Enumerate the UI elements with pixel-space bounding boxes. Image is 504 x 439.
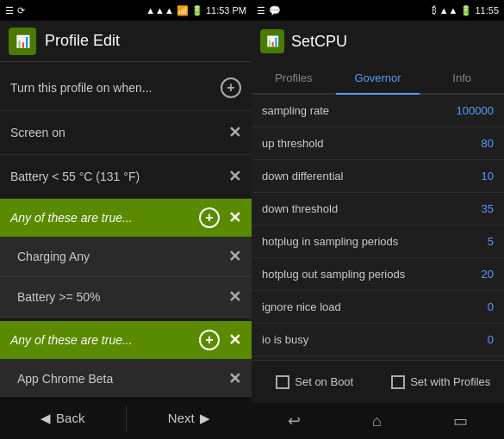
set-on-boot-checkbox[interactable] bbox=[276, 375, 289, 389]
battery-temp-item[interactable]: Battery < 55 °C (131 °F) ✕ bbox=[0, 155, 252, 199]
right-battery-icon: 🔋 bbox=[460, 5, 472, 16]
right-panel: ☰ 💬 ₿ ▲▲ 🔋 11:55 📊 SetCPU Profiles Gover… bbox=[252, 0, 504, 439]
remove-battery-temp-button[interactable]: ✕ bbox=[228, 167, 241, 186]
right-status-left: ☰ 💬 bbox=[257, 5, 281, 16]
set-on-boot-option[interactable]: Set on Boot bbox=[252, 375, 378, 389]
set-with-profiles-option[interactable]: Set with Profiles bbox=[378, 375, 505, 389]
green-section-1-actions: + ✕ bbox=[199, 207, 241, 228]
right-page-title: SetCPU bbox=[291, 33, 347, 51]
next-button[interactable]: Next ▶ bbox=[127, 397, 252, 439]
time-display: 11:53 PM bbox=[206, 5, 246, 15]
left-status-icons: ☰ ⟳ bbox=[5, 5, 25, 16]
battery-temp-label: Battery < 55 °C (131 °F) bbox=[10, 170, 140, 183]
setting-row-sampling-rate[interactable]: sampling rate 100000 bbox=[252, 95, 504, 127]
setting-row-ignore-nice[interactable]: ignore nice load 0 bbox=[252, 291, 504, 324]
set-with-profiles-checkbox[interactable] bbox=[391, 375, 405, 389]
left-status-bar: ☰ ⟳ ▲▲▲ 📶 🔋 11:53 PM bbox=[0, 0, 252, 21]
green-section-2-header: Any of these are true... + ✕ bbox=[0, 321, 252, 359]
next-label: Next bbox=[168, 411, 195, 425]
setting-row-down-threshold[interactable]: down threshold 35 bbox=[252, 193, 504, 226]
notification-icon: ☰ bbox=[5, 5, 14, 16]
add-trigger-button[interactable]: + bbox=[221, 77, 241, 98]
right-bottom-bar: Set on Boot Set with Profiles bbox=[252, 360, 504, 403]
hotplug-out-label: hotplug out sampling periods bbox=[262, 268, 405, 281]
down-threshold-value: 35 bbox=[482, 202, 494, 215]
add-condition-2-button[interactable]: + bbox=[199, 330, 220, 350]
green-section-1-header: Any of these are true... + ✕ bbox=[0, 199, 252, 237]
right-status-bar: ☰ 💬 ₿ ▲▲ 🔋 11:55 bbox=[252, 0, 504, 21]
down-differential-value: 10 bbox=[482, 170, 494, 182]
sampling-rate-label: sampling rate bbox=[262, 104, 329, 117]
add-condition-1-button[interactable]: + bbox=[199, 207, 220, 228]
remove-screen-on-button[interactable]: ✕ bbox=[228, 123, 241, 142]
back-button[interactable]: ◀ Back bbox=[0, 397, 126, 439]
charging-any-item[interactable]: Charging Any ✕ bbox=[0, 237, 252, 277]
left-panel: ☰ ⟳ ▲▲▲ 📶 🔋 11:53 PM 📊 Profile Edit Turn… bbox=[0, 0, 252, 439]
right-status-right: ₿ ▲▲ 🔋 11:55 bbox=[432, 5, 499, 16]
chrome-beta-item[interactable]: App Chrome Beta ✕ bbox=[0, 359, 252, 396]
right-time-display: 11:55 bbox=[475, 5, 499, 15]
down-threshold-label: down threshold bbox=[262, 202, 338, 215]
profile-trigger-item[interactable]: Turn this profile on when... + bbox=[0, 65, 252, 111]
io-busy-value: 0 bbox=[488, 333, 494, 346]
green-section-2-actions: + ✕ bbox=[199, 330, 241, 350]
back-arrow-icon: ◀ bbox=[40, 411, 51, 426]
right-notification-icon: ☰ bbox=[257, 5, 265, 16]
remove-charging-button[interactable]: ✕ bbox=[228, 247, 241, 266]
setting-row-hotplug-out[interactable]: hotplug out sampling periods 20 bbox=[252, 258, 504, 291]
recents-nav-icon[interactable]: ▭ bbox=[453, 411, 468, 430]
left-header: 📊 Profile Edit bbox=[0, 21, 252, 62]
battery-50-item[interactable]: Battery >= 50% ✕ bbox=[0, 277, 252, 318]
tab-info[interactable]: Info bbox=[420, 62, 504, 93]
green-section-2: Any of these are true... + ✕ App Chrome … bbox=[0, 321, 252, 396]
left-status-right: ▲▲▲ 📶 🔋 11:53 PM bbox=[146, 5, 246, 16]
tab-profiles[interactable]: Profiles bbox=[252, 62, 336, 93]
profile-list: Turn this profile on when... + Screen on… bbox=[0, 62, 252, 396]
setting-row-hotplug-in[interactable]: hotplug in sampling periods 5 bbox=[252, 226, 504, 258]
tab-governor-label: Governor bbox=[354, 71, 401, 84]
green-section-2-label: Any of these are true... bbox=[10, 333, 133, 347]
tabs-bar: Profiles Governor Info bbox=[252, 62, 504, 95]
set-with-profiles-label: Set with Profiles bbox=[410, 375, 490, 388]
set-on-boot-label: Set on Boot bbox=[295, 375, 353, 388]
setting-row-io-busy[interactable]: io is busy 0 bbox=[252, 324, 504, 356]
tab-governor[interactable]: Governor bbox=[336, 62, 420, 93]
sync-icon: ⟳ bbox=[17, 5, 25, 16]
tab-profiles-label: Profiles bbox=[275, 71, 312, 84]
settings-list: sampling rate 100000 up threshold 80 dow… bbox=[252, 95, 504, 360]
wifi-icon: 📶 bbox=[177, 5, 189, 16]
remove-section-1-button[interactable]: ✕ bbox=[228, 208, 241, 227]
battery-icon: 🔋 bbox=[191, 5, 203, 16]
bluetooth-icon: ₿ bbox=[432, 5, 437, 15]
right-signal-icon: ▲▲ bbox=[439, 5, 458, 15]
remove-section-2-button[interactable]: ✕ bbox=[228, 331, 241, 349]
remove-battery-50-button[interactable]: ✕ bbox=[228, 288, 241, 306]
signal-icon: ▲▲▲ bbox=[146, 5, 174, 15]
green-section-1: Any of these are true... + ✕ Charging An… bbox=[0, 199, 252, 318]
remove-chrome-beta-button[interactable]: ✕ bbox=[228, 369, 241, 388]
back-nav-icon[interactable]: ↩ bbox=[288, 411, 301, 430]
setting-row-up-threshold[interactable]: up threshold 80 bbox=[252, 127, 504, 160]
right-header: 📊 SetCPU bbox=[252, 21, 504, 62]
page-title: Profile Edit bbox=[45, 32, 120, 50]
right-app-icon-symbol: 📊 bbox=[266, 35, 279, 47]
screen-on-item[interactable]: Screen on ✕ bbox=[0, 111, 252, 155]
right-nav-bottom: ↩ ⌂ ▭ bbox=[252, 403, 504, 439]
sampling-rate-value: 100000 bbox=[457, 104, 494, 117]
app-icon-symbol: 📊 bbox=[16, 34, 30, 48]
ignore-nice-value: 0 bbox=[488, 300, 494, 313]
charging-any-label: Charging Any bbox=[17, 250, 90, 263]
down-differential-label: down differential bbox=[262, 170, 343, 182]
hotplug-out-value: 20 bbox=[482, 268, 494, 281]
home-nav-icon[interactable]: ⌂ bbox=[372, 412, 382, 430]
green-section-1-label: Any of these are true... bbox=[10, 211, 133, 225]
screen-on-label: Screen on bbox=[10, 126, 65, 139]
setting-row-down-differential[interactable]: down differential 10 bbox=[252, 160, 504, 193]
hotplug-in-value: 5 bbox=[488, 235, 494, 248]
back-label: Back bbox=[56, 411, 84, 425]
chrome-beta-label: App Chrome Beta bbox=[17, 372, 113, 386]
up-threshold-value: 80 bbox=[482, 137, 494, 150]
next-arrow-icon: ▶ bbox=[200, 411, 210, 426]
hotplug-in-label: hotplug in sampling periods bbox=[262, 235, 398, 248]
right-chat-icon: 💬 bbox=[269, 5, 281, 16]
